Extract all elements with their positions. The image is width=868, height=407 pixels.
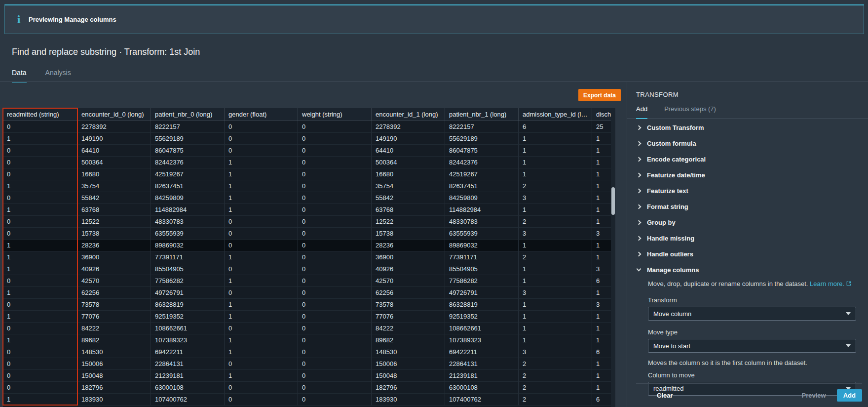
column-header[interactable]: readmitted (string) bbox=[3, 108, 77, 121]
table-cell: 48330783 bbox=[151, 216, 225, 228]
table-row[interactable]: 1770769251935210770769251935211 bbox=[3, 311, 615, 323]
transform-panel-footer: Clear Preview Add bbox=[636, 383, 862, 402]
table-cell: 149190 bbox=[77, 133, 151, 145]
transform-select[interactable]: Move column bbox=[648, 307, 856, 321]
table-cell: 0 bbox=[298, 346, 372, 358]
transform-item-label: Group by bbox=[647, 219, 676, 226]
scrollbar-thumb[interactable] bbox=[611, 187, 615, 215]
transform-item[interactable]: Featurize date/time bbox=[636, 167, 856, 183]
learn-more-label: Learn more. bbox=[810, 280, 844, 287]
tab-add[interactable]: Add bbox=[636, 105, 647, 118]
transform-item[interactable]: Handle missing bbox=[636, 230, 856, 246]
table-row[interactable]: 11839301074007620018393010740076226 bbox=[3, 394, 615, 406]
table-row[interactable]: 050036482442376105003648244237611 bbox=[3, 157, 615, 168]
table-cell: 183930 bbox=[77, 394, 151, 406]
table-cell: 0 bbox=[3, 323, 77, 334]
table-cell: 63555939 bbox=[445, 228, 519, 240]
column-header[interactable]: encounter_id_1 (long) bbox=[372, 108, 445, 121]
move-type-help-text: Moves the column so it is the first colu… bbox=[648, 359, 856, 367]
info-banner: i Previewing Manage columns bbox=[4, 4, 864, 34]
table-row[interactable]: 0166804251926710166804251926711 bbox=[3, 168, 615, 180]
table-row[interactable]: 1409268550490500409268550490513 bbox=[3, 263, 615, 275]
table-cell: 92519352 bbox=[151, 311, 225, 323]
table-row[interactable]: 1357548263745110357548263745121 bbox=[3, 180, 615, 192]
chevron-down-icon bbox=[846, 344, 851, 347]
tab-previous-steps[interactable]: Previous steps (7) bbox=[664, 105, 716, 118]
table-cell: 0 bbox=[3, 299, 77, 311]
table-row[interactable]: 015004821239181101500482123918121 bbox=[3, 370, 615, 382]
table-cell: 0 bbox=[298, 251, 372, 263]
export-data-button[interactable]: Export data bbox=[578, 89, 621, 101]
table-row[interactable]: 0227839282221570022783928222157625 bbox=[3, 121, 615, 133]
table-cell: 1 bbox=[519, 157, 592, 168]
table-cell: 77391171 bbox=[151, 251, 225, 263]
table-cell: 0 bbox=[3, 216, 77, 228]
table-row[interactable]: 0735788632881910735788632881913 bbox=[3, 299, 615, 311]
tab-data[interactable]: Data bbox=[12, 69, 27, 81]
table-row[interactable]: 015000622864131001500062286413121 bbox=[3, 358, 615, 370]
table-row[interactable]: 0157386355593900157386355593933 bbox=[3, 228, 615, 240]
table-row[interactable]: 0644108604787500644108604787511 bbox=[3, 145, 615, 157]
transform-item[interactable]: Featurize text bbox=[636, 183, 856, 199]
table-cell: 82442376 bbox=[151, 157, 225, 168]
transform-panel-title: TRANSFORM bbox=[636, 91, 856, 98]
clear-button[interactable]: Clear bbox=[657, 392, 673, 399]
column-header[interactable]: weight (string) bbox=[298, 108, 372, 121]
table-cell: 0 bbox=[3, 168, 77, 180]
table-cell: 42570 bbox=[77, 275, 151, 287]
transform-item[interactable]: Custom Transform bbox=[636, 120, 856, 135]
table-row[interactable]: 1622564972679100622564972679131 bbox=[3, 287, 615, 299]
add-button[interactable]: Add bbox=[837, 389, 862, 402]
transform-item[interactable]: Format string bbox=[636, 199, 856, 214]
column-header[interactable]: gender (float) bbox=[225, 108, 298, 121]
table-cell: 86328819 bbox=[445, 299, 519, 311]
move-type-select[interactable]: Move to start bbox=[648, 339, 856, 353]
table-scrollbar[interactable] bbox=[611, 108, 615, 407]
table-cell: 1 bbox=[3, 204, 77, 216]
transform-item[interactable]: Encode categorical bbox=[636, 151, 856, 167]
table-row[interactable]: 084222108662661008422210866266111 bbox=[3, 323, 615, 334]
table-cell: 0 bbox=[3, 370, 77, 382]
table-cell: 21239181 bbox=[445, 370, 519, 382]
transform-select-value: Move column bbox=[653, 310, 691, 318]
table-cell: 2 bbox=[519, 394, 592, 406]
transform-item[interactable]: Group by bbox=[636, 214, 856, 230]
table-cell: 82442376 bbox=[445, 157, 519, 168]
table-cell: 0 bbox=[298, 358, 372, 370]
table-cell: 3 bbox=[519, 287, 592, 299]
table-row[interactable]: 0125224833078300125224833078321 bbox=[3, 216, 615, 228]
tab-analysis[interactable]: Analysis bbox=[45, 69, 71, 81]
table-cell: 82637451 bbox=[151, 180, 225, 192]
column-header[interactable]: admission_type_id (lo... bbox=[519, 108, 592, 121]
chevron-right-icon bbox=[637, 220, 642, 225]
table-row[interactable]: 163768114882984106376811488298411 bbox=[3, 204, 615, 216]
learn-more-link[interactable]: Learn more. bbox=[810, 280, 852, 287]
table-cell: 82637451 bbox=[445, 180, 519, 192]
column-header[interactable]: patient_nbr_0 (long) bbox=[151, 108, 225, 121]
transform-item[interactable]: Custom formula bbox=[636, 135, 856, 151]
column-header[interactable]: encounter_id_0 (long) bbox=[77, 108, 151, 121]
transform-item-label: Custom Transform bbox=[647, 124, 704, 131]
table-cell: 2278392 bbox=[372, 121, 445, 133]
table-cell: 0 bbox=[225, 228, 298, 240]
table-row[interactable]: 189682107389323108968210738932311 bbox=[3, 334, 615, 346]
table-cell: 0 bbox=[298, 192, 372, 204]
table-row[interactable]: 0425707758628210425707758628216 bbox=[3, 275, 615, 287]
table-row[interactable]: 0558428425980910558428425980931 bbox=[3, 192, 615, 204]
table-cell: 63000108 bbox=[445, 382, 519, 394]
column-header[interactable]: patient_nbr_1 (long) bbox=[445, 108, 519, 121]
table-row[interactable]: 1282368986903200282368986903211 bbox=[3, 240, 615, 251]
table-cell: 55842 bbox=[77, 192, 151, 204]
table-cell: 0 bbox=[225, 145, 298, 157]
table-row[interactable]: 018279663000108001827966300010821 bbox=[3, 382, 615, 394]
table-cell: 150048 bbox=[77, 370, 151, 382]
transform-item[interactable]: Handle outliers bbox=[636, 246, 856, 262]
table-row[interactable]: 014853069422211101485306942221136 bbox=[3, 346, 615, 358]
table-cell: 3 bbox=[519, 346, 592, 358]
table-cell: 107389323 bbox=[151, 334, 225, 346]
transform-item-manage-columns[interactable]: Manage columns bbox=[636, 262, 856, 278]
table-row[interactable]: 114919055629189001491905562918911 bbox=[3, 133, 615, 145]
preview-button[interactable]: Preview bbox=[802, 392, 826, 399]
table-cell: 0 bbox=[225, 287, 298, 299]
table-row[interactable]: 1369007739117110369007739117121 bbox=[3, 251, 615, 263]
